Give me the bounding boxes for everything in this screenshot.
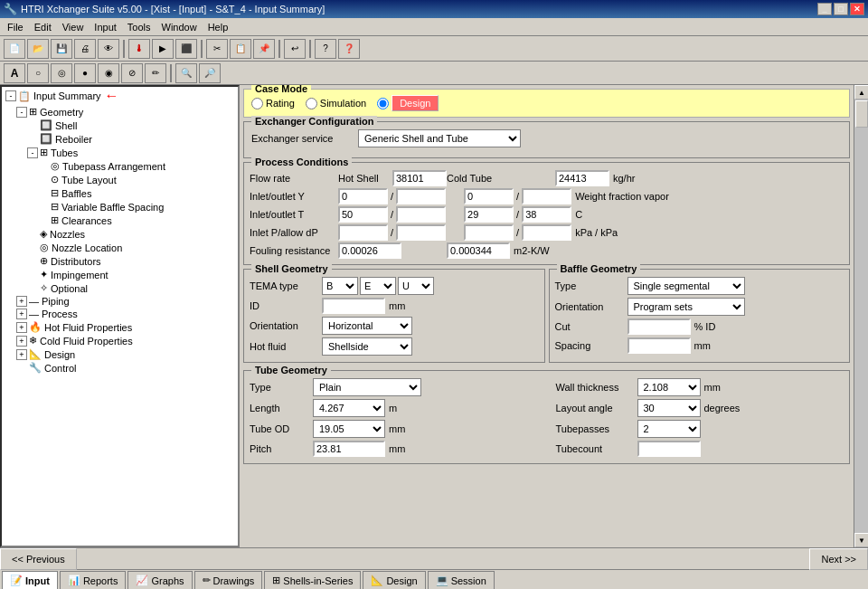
collapse-piping[interactable]: + (16, 296, 27, 307)
tree-impingement[interactable]: ✦ Impingement (2, 268, 238, 281)
hot-y1-input[interactable] (338, 188, 388, 204)
preview-button[interactable]: 👁 (98, 39, 119, 59)
stop-button[interactable]: ⬛ (175, 39, 197, 59)
tab-session[interactable]: 💻 Session (428, 571, 495, 589)
radio-simulation-input[interactable] (306, 98, 317, 109)
menu-view[interactable]: View (57, 20, 90, 34)
baffle-type-select[interactable]: Single segmental (627, 277, 745, 295)
baffle-spacing-input[interactable] (627, 337, 691, 354)
tree-cold-fluid[interactable]: + ❄ Cold Fluid Properties (2, 334, 238, 347)
cold-p2-input[interactable] (522, 224, 571, 241)
collapse-tubes[interactable]: - (27, 147, 38, 158)
tab-input[interactable]: 📝 Input (2, 571, 58, 589)
tube-type-select[interactable]: Plain (313, 378, 421, 396)
cut-button[interactable]: ✂ (206, 39, 228, 59)
tree-process[interactable]: + — Process (2, 308, 238, 320)
radio-rating[interactable]: Rating (251, 98, 295, 109)
radio-rating-input[interactable] (251, 98, 263, 109)
radio-design-input[interactable] (377, 98, 389, 109)
tab-drawings[interactable]: ✏ Drawings (194, 571, 263, 589)
baffle-cut-input[interactable] (627, 318, 691, 335)
tree-hot-fluid[interactable]: + 🔥 Hot Fluid Properties (2, 320, 238, 334)
circle-btn-2[interactable]: ◎ (51, 63, 72, 83)
scroll-thumb[interactable] (855, 100, 868, 128)
tree-baffles[interactable]: ⊟ Baffles (2, 186, 238, 200)
cold-t2-input[interactable] (522, 206, 571, 223)
temp-button[interactable]: 🌡 (128, 39, 150, 59)
zoom-out-btn[interactable]: 🔎 (199, 63, 221, 83)
tube-pitch-input[interactable] (313, 441, 385, 457)
tema-b-select[interactable]: B (322, 277, 358, 295)
run-button[interactable]: ▶ (152, 39, 174, 59)
tab-shells-in-series[interactable]: ⊞ Shells-in-Series (264, 571, 361, 589)
open-button[interactable]: 📂 (27, 39, 49, 59)
tree-input-summary[interactable]: - 📋 Input Summary ← (2, 87, 238, 105)
tree-optional[interactable]: ✧ Optional (2, 281, 238, 295)
right-scrollbar[interactable]: ▲ ▼ (854, 85, 868, 547)
cold-y1-input[interactable] (464, 188, 514, 204)
menu-edit[interactable]: Edit (29, 20, 57, 34)
print-button[interactable]: 🖨 (74, 39, 96, 59)
tube-od-select[interactable]: 19.05 (313, 420, 385, 438)
undo-button[interactable]: ↩ (284, 39, 306, 59)
tree-design[interactable]: + 📐 Design (2, 347, 238, 361)
scroll-down-button[interactable]: ▼ (854, 533, 868, 547)
id-input[interactable] (322, 298, 385, 314)
circle-btn-1[interactable]: ○ (27, 63, 49, 83)
maximize-button[interactable]: □ (834, 3, 848, 15)
tema-u-select[interactable]: U (398, 277, 434, 295)
radio-simulation[interactable]: Simulation (306, 98, 366, 109)
tree-distributors[interactable]: ⊕ Distributors (2, 254, 238, 268)
cold-t1-input[interactable] (464, 206, 514, 223)
collapse-cold-fluid[interactable]: + (16, 336, 27, 347)
about-button[interactable]: ❓ (338, 39, 360, 59)
shell-orientation-select[interactable]: Horizontal (322, 317, 412, 335)
baffle-orientation-select[interactable]: Program sets (627, 298, 745, 316)
tubepasses-select[interactable]: 2 (637, 420, 701, 438)
tree-clearances[interactable]: ⊞ Clearances (2, 214, 238, 227)
zoom-in-btn[interactable]: 🔍 (175, 63, 197, 83)
layout-angle-select[interactable]: 30 (637, 399, 701, 417)
cold-tube-input[interactable] (555, 170, 609, 186)
cold-p1-input[interactable] (464, 224, 514, 241)
tree-reboiler[interactable]: 🔲 Reboiler (2, 132, 238, 146)
slash-btn[interactable]: ⊘ (121, 63, 143, 83)
previous-button[interactable]: << Previous (0, 548, 77, 570)
tree-nozzles[interactable]: ◈ Nozzles (2, 227, 238, 241)
tube-length-select[interactable]: 4.267 (313, 399, 385, 417)
tree-tubes[interactable]: - ⊞ Tubes (2, 146, 238, 159)
tema-e-select[interactable]: E (360, 277, 396, 295)
collapse-input-summary[interactable]: - (5, 90, 16, 101)
hot-p2-input[interactable] (396, 224, 446, 241)
radio-design[interactable]: Design (377, 95, 439, 111)
tab-design[interactable]: 📐 Design (363, 571, 425, 589)
menu-tools[interactable]: Tools (122, 20, 156, 34)
next-button[interactable]: Next >> (809, 548, 868, 570)
tab-reports[interactable]: 📊 Reports (60, 571, 127, 589)
new-button[interactable]: 📄 (4, 39, 25, 59)
hot-fluid-select[interactable]: Shellside (322, 337, 412, 356)
circle-btn-3[interactable]: ● (74, 63, 96, 83)
collapse-design[interactable]: + (16, 349, 27, 360)
collapse-process[interactable]: + (16, 309, 27, 319)
font-a-button[interactable]: A (4, 63, 25, 83)
copy-button[interactable]: 📋 (230, 39, 251, 59)
tab-graphs[interactable]: 📈 Graphs (127, 571, 192, 589)
collapse-geometry[interactable]: - (16, 107, 27, 118)
hot-y2-input[interactable] (396, 188, 446, 204)
tree-nozzle-location[interactable]: ◎ Nozzle Location (2, 241, 238, 254)
help-button[interactable]: ? (315, 39, 336, 59)
wall-thickness-select[interactable]: 2.108 (637, 378, 701, 396)
save-button[interactable]: 💾 (51, 39, 72, 59)
tree-geometry[interactable]: - ⊞ Geometry (2, 105, 238, 119)
tree-shell[interactable]: 🔲 Shell (2, 119, 238, 132)
hot-t2-input[interactable] (396, 206, 446, 223)
tree-tube-layout[interactable]: ⊙ Tube Layout (2, 173, 238, 186)
cold-y2-input[interactable] (522, 188, 571, 204)
menu-help[interactable]: Help (203, 20, 234, 34)
menu-input[interactable]: Input (89, 20, 121, 34)
menu-window[interactable]: Window (156, 20, 203, 34)
menu-file[interactable]: File (2, 20, 29, 34)
scroll-track[interactable] (854, 100, 868, 533)
cold-fouling-input[interactable] (447, 242, 510, 259)
